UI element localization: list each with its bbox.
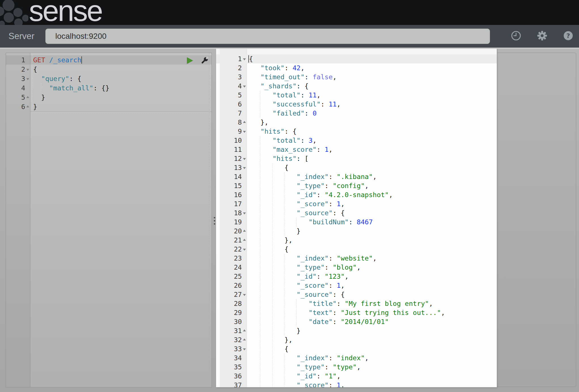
code-text: "_source": {	[247, 209, 345, 217]
line-number: 17	[220, 200, 242, 208]
line-number: 3	[220, 73, 242, 81]
code-text: "successful": 11,	[247, 100, 341, 108]
line-number: 29	[220, 309, 242, 317]
code-line: 34 "_index": "index",	[216, 353, 497, 363]
code-line: 3 "timed_out": false,	[216, 73, 497, 82]
code-text: "max_score": 1,	[247, 146, 333, 154]
code-line: 5 }	[6, 93, 212, 102]
line-number: 8	[220, 118, 242, 126]
code-text: "_score": 1,	[247, 282, 345, 289]
line-number: 6	[6, 103, 25, 111]
code-text: "_type": "blog",	[247, 263, 361, 271]
line-number: 19	[220, 218, 242, 226]
code-line: 37 "_score": 1,	[216, 381, 497, 387]
line-number: 36	[220, 372, 242, 380]
code-text: "took": 42,	[247, 64, 305, 72]
settings-button[interactable]	[536, 31, 548, 42]
code-text: "hits": [	[247, 155, 308, 163]
help-button[interactable]: ?	[563, 31, 574, 42]
line-number: 1	[6, 56, 25, 64]
request-options-button[interactable]	[200, 56, 209, 65]
line-number: 24	[220, 263, 242, 271]
code-text: "_type": "type",	[247, 363, 361, 371]
line-number: 3	[6, 75, 25, 83]
line-number: 25	[220, 272, 242, 280]
line-number: 13	[220, 164, 242, 172]
code-line: 5 "total": 11,	[216, 91, 497, 100]
code-text: "_index": "index",	[247, 354, 369, 362]
line-number: 5	[220, 91, 242, 99]
code-line: 35 "_type": "type",	[216, 363, 497, 372]
line-number: 2	[6, 65, 25, 73]
code-line: 20 }	[216, 227, 497, 236]
code-text: "total": 3,	[247, 137, 317, 144]
response-editor[interactable]: 1{2 "took": 42,3 "timed_out": false,4 "_…	[216, 49, 497, 387]
server-label: Server	[9, 25, 34, 48]
code-line: 2{	[6, 65, 212, 74]
code-line: 8 },	[216, 118, 497, 127]
code-line: 17 "_score": 1,	[216, 199, 497, 208]
code-line: 6}	[6, 102, 212, 111]
line-number: 9	[220, 127, 242, 135]
code-text: },	[247, 118, 269, 126]
code-line: 6 "successful": 11,	[216, 100, 497, 109]
main-area: 1GET /_search2{3 "query": {4 "match_all"…	[0, 49, 579, 392]
play-icon	[185, 56, 194, 65]
code-text: "_id": "1",	[247, 372, 341, 380]
line-number: 20	[220, 227, 242, 235]
code-line: 13 {	[216, 163, 497, 172]
code-text: "_type": "config",	[247, 182, 369, 190]
line-number: 27	[220, 291, 242, 299]
line-number: 1	[220, 55, 242, 63]
code-text: "_score": 1,	[247, 200, 345, 208]
code-line: 10 "total": 3,	[216, 136, 497, 145]
code-line: 12 "hits": [	[216, 154, 497, 163]
request-editor[interactable]: 1GET /_search2{3 "query": {4 "match_all"…	[6, 53, 212, 387]
gear-icon	[536, 30, 548, 42]
line-number: 23	[220, 254, 242, 262]
code-text: {	[247, 164, 288, 172]
code-text: "_source": {	[247, 291, 345, 299]
line-number: 33	[220, 345, 242, 353]
code-line: 1{	[216, 54, 497, 63]
line-number: 7	[220, 109, 242, 117]
line-number: 5	[6, 93, 25, 101]
code-text: }	[247, 327, 301, 335]
line-number: 31	[220, 327, 242, 335]
server-input[interactable]	[45, 29, 490, 44]
code-line: 32 },	[216, 335, 497, 344]
panel-resize-handle[interactable]	[213, 217, 216, 225]
app-header: sense	[0, 0, 579, 25]
code-line: 33 {	[216, 344, 497, 353]
code-line: 30 "date": "2014/01/01"	[216, 317, 497, 326]
code-text: {	[247, 345, 288, 353]
send-request-button[interactable]	[185, 56, 194, 65]
code-text: "total": 11,	[247, 91, 321, 99]
code-text: "text": "Just trying this out...",	[247, 309, 445, 317]
line-number: 16	[220, 191, 242, 199]
code-line: 21 },	[216, 236, 497, 245]
line-number: 37	[220, 381, 242, 387]
code-line: 16 "_id": "4.2.0-snapshot",	[216, 190, 497, 199]
code-line: 22 {	[216, 245, 497, 254]
request-separator	[30, 111, 212, 112]
code-line: 2 "took": 42,	[216, 63, 497, 73]
line-number: 30	[220, 318, 242, 326]
code-line: 24 "_type": "blog",	[216, 263, 497, 272]
line-number: 12	[220, 155, 242, 163]
clock-icon	[511, 30, 521, 42]
line-number: 18	[220, 209, 242, 217]
code-line: 9 "hits": {	[216, 127, 497, 136]
request-actions	[185, 56, 209, 65]
history-button[interactable]	[510, 31, 522, 42]
code-text: }	[30, 103, 37, 111]
code-text: "_shards": {	[247, 82, 308, 90]
code-text: "_id": "123",	[247, 272, 349, 280]
text-cursor	[81, 56, 82, 64]
line-number: 21	[220, 236, 242, 244]
code-line: 19 "buildNum": 8467	[216, 218, 497, 227]
toolbar-icons: ?	[510, 25, 574, 48]
code-text: "hits": {	[247, 127, 297, 135]
line-number: 4	[220, 82, 242, 90]
toolbar: Server	[0, 25, 579, 49]
